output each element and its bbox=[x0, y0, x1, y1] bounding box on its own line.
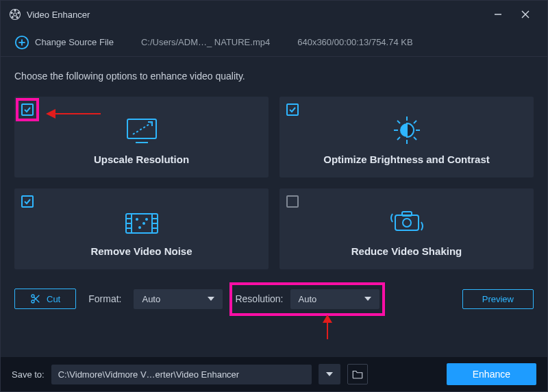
svg-point-36 bbox=[139, 227, 140, 228]
app-window: Video Enhancer Change Source File C:/Use… bbox=[0, 0, 548, 392]
card-remove-noise[interactable]: Remove Video Noise bbox=[14, 188, 269, 269]
card-label: Optimize Brightness and Contrast bbox=[323, 154, 490, 165]
camera-shake-icon bbox=[388, 207, 425, 240]
resolution-value: Auto bbox=[299, 294, 317, 304]
save-path-dropdown[interactable] bbox=[319, 364, 340, 384]
svg-point-6 bbox=[11, 12, 12, 14]
enhance-cards: Upscale Resolution Opti bbox=[14, 97, 534, 269]
instruction-text: Choose the following options to enhance … bbox=[14, 71, 534, 82]
film-noise-icon bbox=[123, 210, 160, 240]
resolution-group: Resolution: Auto bbox=[235, 289, 379, 309]
minimize-button[interactable] bbox=[484, 1, 512, 28]
controls-row: Cut Format: Auto Resolution: Auto Previe… bbox=[14, 289, 534, 309]
close-button[interactable] bbox=[512, 1, 539, 28]
svg-point-41 bbox=[32, 295, 34, 297]
svg-point-4 bbox=[16, 16, 18, 18]
scissors-icon bbox=[30, 293, 41, 304]
change-source-button[interactable]: Change Source File bbox=[14, 35, 114, 50]
app-icon bbox=[9, 8, 21, 21]
chevron-down-icon bbox=[364, 297, 371, 301]
svg-line-21 bbox=[397, 121, 400, 123]
checkbox-shaking[interactable] bbox=[286, 195, 299, 208]
save-path-field[interactable]: C:\Vidmore\Vidmore V…erter\Video Enhance… bbox=[51, 365, 312, 384]
svg-point-37 bbox=[146, 219, 147, 220]
save-to-label: Save to: bbox=[12, 369, 45, 380]
resolution-dropdown[interactable]: Auto bbox=[290, 289, 379, 309]
svg-point-1 bbox=[14, 13, 17, 16]
folder-icon bbox=[351, 369, 364, 380]
svg-point-3 bbox=[18, 12, 19, 14]
chevron-down-icon bbox=[326, 372, 333, 376]
svg-rect-38 bbox=[395, 215, 419, 230]
file-toolbar: Change Source File C:/Users/ADM…_ NATURE… bbox=[1, 28, 547, 57]
checkbox-noise[interactable] bbox=[21, 195, 34, 208]
titlebar: Video Enhancer bbox=[1, 1, 547, 28]
svg-line-23 bbox=[414, 121, 416, 123]
cut-button[interactable]: Cut bbox=[14, 289, 76, 309]
svg-line-15 bbox=[133, 123, 151, 134]
source-filepath: C:/Users/ADM…_ NATURE.mp4 bbox=[141, 37, 270, 47]
format-value: Auto bbox=[142, 294, 160, 304]
svg-point-34 bbox=[136, 219, 138, 220]
svg-line-22 bbox=[414, 137, 416, 140]
annotation-arrow-resolution bbox=[323, 315, 332, 339]
resolution-label: Resolution: bbox=[235, 293, 283, 304]
open-folder-button[interactable] bbox=[347, 364, 368, 384]
card-label: Upscale Resolution bbox=[94, 154, 189, 165]
change-source-label: Change Source File bbox=[35, 37, 114, 47]
main-body: Choose the following options to enhance … bbox=[1, 57, 547, 357]
svg-point-5 bbox=[12, 16, 13, 18]
svg-point-40 bbox=[403, 219, 411, 227]
svg-point-35 bbox=[143, 223, 145, 224]
check-icon bbox=[23, 106, 32, 114]
enhance-button[interactable]: Enhance bbox=[447, 363, 536, 385]
card-reduce-shaking[interactable]: Reduce Video Shaking bbox=[279, 188, 534, 269]
cut-label: Cut bbox=[47, 294, 60, 304]
chevron-down-icon bbox=[208, 297, 214, 301]
footer-bar: Save to: C:\Vidmore\Vidmore V…erter\Vide… bbox=[1, 357, 547, 391]
checkbox-upscale[interactable] bbox=[21, 103, 34, 116]
card-label: Remove Video Noise bbox=[90, 245, 192, 257]
format-dropdown[interactable]: Auto bbox=[134, 289, 223, 309]
svg-line-24 bbox=[397, 137, 400, 140]
card-upscale-resolution[interactable]: Upscale Resolution bbox=[14, 97, 269, 177]
card-label: Reduce Video Shaking bbox=[351, 245, 462, 257]
app-title: Video Enhancer bbox=[27, 10, 484, 20]
plus-circle-icon bbox=[14, 35, 29, 50]
format-label: Format: bbox=[88, 293, 121, 304]
check-icon bbox=[288, 106, 297, 114]
brightness-icon bbox=[390, 115, 424, 148]
enhance-label: Enhance bbox=[473, 369, 510, 380]
source-fileinfo: 640x360/00:00:13/754.74 KB bbox=[297, 37, 412, 47]
save-path-text: C:\Vidmore\Vidmore V…erter\Video Enhance… bbox=[58, 369, 239, 380]
card-brightness-contrast[interactable]: Optimize Brightness and Contrast bbox=[279, 97, 534, 177]
svg-point-42 bbox=[32, 300, 34, 303]
svg-point-2 bbox=[14, 10, 16, 11]
svg-rect-39 bbox=[402, 212, 412, 216]
checkbox-brightness[interactable] bbox=[286, 103, 299, 116]
annotation-arrow-checkbox bbox=[46, 109, 101, 119]
preview-label: Preview bbox=[482, 294, 514, 304]
monitor-upscale-icon bbox=[123, 117, 160, 148]
check-icon bbox=[23, 197, 32, 206]
preview-button[interactable]: Preview bbox=[462, 289, 534, 309]
